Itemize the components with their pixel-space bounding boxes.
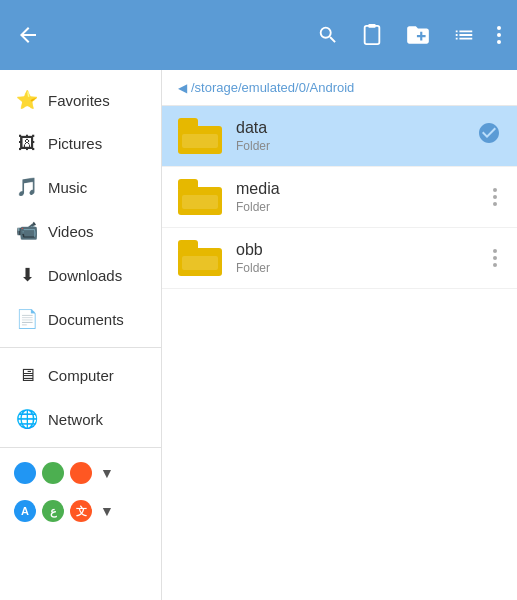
pictures-icon: 🖼 <box>16 133 38 154</box>
file-item-data[interactable]: data Folder <box>162 106 517 167</box>
file-name-media: media <box>236 180 475 198</box>
sidebar-item-network[interactable]: 🌐 Network <box>0 397 161 441</box>
computer-label: Computer <box>48 367 114 384</box>
more-options-icon-media <box>493 188 497 206</box>
three-dots-icon <box>497 26 501 44</box>
dot-blue[interactable] <box>14 462 36 484</box>
more-options-icon-obb <box>493 249 497 267</box>
file-type-data: Folder <box>236 139 459 153</box>
file-name-data: data <box>236 119 459 137</box>
music-icon: 🎵 <box>16 176 38 198</box>
sidebar-item-documents[interactable]: 📄 Documents <box>0 297 161 341</box>
file-name-obb: obb <box>236 241 475 259</box>
sidebar-item-favorites[interactable]: ⭐ Favorites <box>0 78 161 122</box>
lang-button-ar[interactable]: ع <box>42 500 64 522</box>
sidebar-divider-1 <box>0 347 161 348</box>
main-layout: ⭐ Favorites 🖼 Pictures 🎵 Music 📹 Videos … <box>0 70 517 600</box>
breadcrumb-arrow-icon: ◀ <box>178 81 187 95</box>
color-dots-row: ▼ <box>0 454 161 492</box>
svg-rect-0 <box>365 26 380 44</box>
videos-label: Videos <box>48 223 94 240</box>
sidebar-item-music[interactable]: 🎵 Music <box>0 165 161 209</box>
list-view-button[interactable] <box>453 24 475 46</box>
file-info-obb: obb Folder <box>236 241 475 275</box>
network-label: Network <box>48 411 103 428</box>
file-menu-obb[interactable] <box>489 245 501 271</box>
file-item-obb[interactable]: obb Folder <box>162 228 517 289</box>
lang-button-zh[interactable]: 文 <box>70 500 92 522</box>
more-options-button[interactable] <box>497 26 501 44</box>
file-type-obb: Folder <box>236 261 475 275</box>
sidebar: ⭐ Favorites 🖼 Pictures 🎵 Music 📹 Videos … <box>0 70 162 600</box>
music-label: Music <box>48 179 87 196</box>
clipboard-button[interactable] <box>361 22 383 48</box>
color-dots-dropdown-icon[interactable]: ▼ <box>100 465 114 481</box>
folder-icon-data <box>178 118 222 154</box>
search-button[interactable] <box>317 24 339 46</box>
sidebar-divider-2 <box>0 447 161 448</box>
sidebar-item-computer[interactable]: 🖥 Computer <box>0 354 161 397</box>
new-folder-button[interactable] <box>405 22 431 48</box>
file-type-media: Folder <box>236 200 475 214</box>
computer-icon: 🖥 <box>16 365 38 386</box>
lang-row: A ع 文 ▼ <box>0 492 161 530</box>
lang-dropdown-icon[interactable]: ▼ <box>100 503 114 519</box>
downloads-label: Downloads <box>48 267 122 284</box>
content-area: ◀ /storage/emulated/0/Android data Folde… <box>162 70 517 600</box>
sidebar-item-downloads[interactable]: ⬇ Downloads <box>0 253 161 297</box>
sidebar-item-pictures[interactable]: 🖼 Pictures <box>0 122 161 165</box>
breadcrumb-path: /storage/emulated/0/Android <box>191 80 354 95</box>
videos-icon: 📹 <box>16 220 38 242</box>
file-menu-media[interactable] <box>489 184 501 210</box>
sidebar-item-videos[interactable]: 📹 Videos <box>0 209 161 253</box>
network-icon: 🌐 <box>16 408 38 430</box>
file-info-media: media Folder <box>236 180 475 214</box>
header <box>0 0 517 70</box>
svg-rect-1 <box>368 24 375 28</box>
dot-orange[interactable] <box>70 462 92 484</box>
lang-button-a[interactable]: A <box>14 500 36 522</box>
pictures-label: Pictures <box>48 135 102 152</box>
folder-icon-media <box>178 179 222 215</box>
documents-icon: 📄 <box>16 308 38 330</box>
favorites-icon: ⭐ <box>16 89 38 111</box>
folder-icon-obb <box>178 240 222 276</box>
dot-green[interactable] <box>42 462 64 484</box>
favorites-label: Favorites <box>48 92 110 109</box>
file-info-data: data Folder <box>236 119 459 153</box>
back-button[interactable] <box>16 23 40 47</box>
breadcrumb: ◀ /storage/emulated/0/Android <box>162 70 517 106</box>
documents-label: Documents <box>48 311 124 328</box>
file-item-media[interactable]: media Folder <box>162 167 517 228</box>
selected-check-icon <box>477 121 501 151</box>
downloads-icon: ⬇ <box>16 264 38 286</box>
